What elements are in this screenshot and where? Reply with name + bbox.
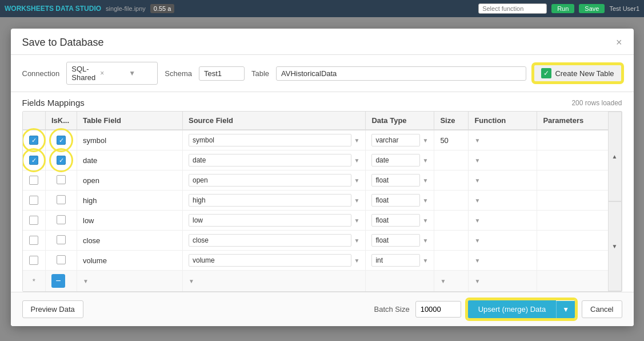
function-dropdown-icon[interactable]: ▼ xyxy=(474,257,480,264)
row-size-cell xyxy=(434,231,469,251)
function-dropdown-icon[interactable]: ▼ xyxy=(474,177,480,184)
col-header-data-type: Data Type xyxy=(366,112,434,130)
row-iskey-checkbox[interactable] xyxy=(57,255,66,264)
preview-data-button[interactable]: Preview Data xyxy=(22,300,83,318)
data-type-dropdown-icon[interactable]: ▼ xyxy=(422,197,428,204)
schema-input[interactable] xyxy=(199,66,245,81)
version-badge: 0.55 a xyxy=(150,4,175,13)
row-data-type-input[interactable] xyxy=(371,154,420,166)
run-button[interactable]: Run xyxy=(551,4,574,13)
connection-clear-icon[interactable]: × xyxy=(100,69,124,77)
data-type-dropdown-icon[interactable]: ▼ xyxy=(422,237,428,244)
scroll-up-arrow[interactable]: ▲ xyxy=(608,112,622,201)
connection-select[interactable]: SQL-Shared × ▼ xyxy=(66,62,158,85)
new-row-cell: ▼ xyxy=(434,271,469,292)
row-iskey-checkbox[interactable] xyxy=(57,175,66,184)
save-to-database-modal: Save to Database × Connection SQL-Shared… xyxy=(11,29,634,326)
row-source-field-input[interactable] xyxy=(189,154,351,166)
row-checkbox[interactable] xyxy=(29,236,38,245)
row-source-field-cell: ▼ xyxy=(183,150,366,170)
row-data-type-input[interactable] xyxy=(371,134,420,146)
row-source-field-input[interactable] xyxy=(189,134,351,146)
source-field-dropdown-icon[interactable]: ▼ xyxy=(354,177,359,184)
fields-section: Fields Mappings 200 rows loaded IsK... T… xyxy=(11,92,634,292)
data-type-dropdown-icon[interactable]: ▼ xyxy=(422,137,428,144)
row-function-cell: ▼ xyxy=(469,191,537,211)
row-checkbox[interactable] xyxy=(29,136,38,145)
source-field-dropdown-icon[interactable]: ▼ xyxy=(354,237,359,244)
row-checkbox[interactable] xyxy=(29,156,38,165)
row-source-field-input[interactable] xyxy=(189,214,351,227)
batch-size-input[interactable] xyxy=(415,301,461,318)
source-field-dropdown-icon[interactable]: ▼ xyxy=(354,197,359,204)
row-source-field-cell: ▼ xyxy=(183,231,366,251)
new-row-dropdown-icon[interactable]: ▼ xyxy=(474,278,480,284)
col-header-checkbox xyxy=(23,112,46,130)
table-row: open▼▼▼ xyxy=(23,170,622,191)
row-checkbox-cell xyxy=(23,150,46,170)
row-iskey-checkbox[interactable] xyxy=(57,195,66,204)
row-iskey-cell xyxy=(46,191,77,211)
fields-table: IsK... Table Field Source Field Data Typ… xyxy=(23,112,622,291)
function-dropdown-icon[interactable]: ▼ xyxy=(474,157,480,164)
modal-close-button[interactable]: × xyxy=(616,37,622,49)
row-iskey-checkbox[interactable] xyxy=(57,136,66,145)
new-row-dropdown-icon[interactable]: ▼ xyxy=(83,278,89,284)
source-field-dropdown-icon[interactable]: ▼ xyxy=(354,157,359,164)
select-function-input[interactable] xyxy=(478,3,547,14)
row-data-type-input[interactable] xyxy=(371,234,420,247)
row-source-field-cell: ▼ xyxy=(183,130,366,150)
table-row: low▼▼▼ xyxy=(23,211,622,231)
create-new-table-button[interactable]: ✓ Create New Table xyxy=(533,64,622,82)
new-row-cell: ▼ xyxy=(77,271,183,292)
new-row-dropdown-icon[interactable]: ▼ xyxy=(440,278,446,284)
source-field-dropdown-icon[interactable]: ▼ xyxy=(354,217,359,224)
row-table-field: symbol xyxy=(77,130,183,150)
function-dropdown-icon[interactable]: ▼ xyxy=(474,137,480,144)
new-row-minus-button[interactable]: − xyxy=(51,274,65,288)
upsert-dropdown-button[interactable]: ▼ xyxy=(556,301,575,318)
fields-table-wrapper: IsK... Table Field Source Field Data Typ… xyxy=(22,111,622,292)
upsert-merge-data-button[interactable]: Upsert (merge) Data xyxy=(468,300,556,318)
new-row-dropdown-icon[interactable]: ▼ xyxy=(189,278,194,284)
function-dropdown-icon[interactable]: ▼ xyxy=(474,197,480,204)
scroll-down-arrow[interactable]: ▼ xyxy=(608,201,622,291)
row-checkbox-cell xyxy=(23,211,46,231)
row-checkbox[interactable] xyxy=(29,216,38,225)
connection-dropdown-icon[interactable]: ▼ xyxy=(129,69,153,77)
row-data-type-input[interactable] xyxy=(371,214,420,227)
row-iskey-checkbox[interactable] xyxy=(57,156,66,165)
source-field-dropdown-icon[interactable]: ▼ xyxy=(354,257,359,264)
cancel-button[interactable]: Cancel xyxy=(582,300,622,318)
row-size-cell xyxy=(434,150,469,170)
row-table-field: open xyxy=(77,170,183,191)
table-name-input[interactable] xyxy=(276,66,526,81)
row-source-field-cell: ▼ xyxy=(183,211,366,231)
save-button[interactable]: Save xyxy=(579,4,605,13)
filename: single-file.ipny xyxy=(106,5,146,12)
col-header-table-field: Table Field xyxy=(77,112,183,130)
data-type-dropdown-icon[interactable]: ▼ xyxy=(422,157,428,164)
rows-loaded-label: 200 rows loaded xyxy=(571,99,622,107)
row-checkbox[interactable] xyxy=(29,256,38,265)
row-source-field-input[interactable] xyxy=(189,234,351,247)
row-data-type-input[interactable] xyxy=(371,254,420,267)
row-checkbox[interactable] xyxy=(29,176,38,185)
data-type-dropdown-icon[interactable]: ▼ xyxy=(422,177,428,184)
row-source-field-input[interactable] xyxy=(189,174,351,187)
table-row: symbol▼▼50▼ xyxy=(23,130,622,150)
source-field-dropdown-icon[interactable]: ▼ xyxy=(354,137,359,144)
row-iskey-checkbox[interactable] xyxy=(57,215,66,224)
row-data-type-cell: ▼ xyxy=(366,191,434,211)
data-type-dropdown-icon[interactable]: ▼ xyxy=(422,217,428,224)
row-data-type-input[interactable] xyxy=(371,174,420,187)
function-dropdown-icon[interactable]: ▼ xyxy=(474,217,480,224)
row-checkbox[interactable] xyxy=(29,196,38,205)
row-source-field-input[interactable] xyxy=(189,254,351,267)
function-dropdown-icon[interactable]: ▼ xyxy=(474,237,480,244)
row-iskey-checkbox[interactable] xyxy=(57,235,66,244)
row-data-type-input[interactable] xyxy=(371,194,420,207)
row-source-field-cell: ▼ xyxy=(183,191,366,211)
data-type-dropdown-icon[interactable]: ▼ xyxy=(422,257,428,264)
row-source-field-input[interactable] xyxy=(189,194,351,207)
